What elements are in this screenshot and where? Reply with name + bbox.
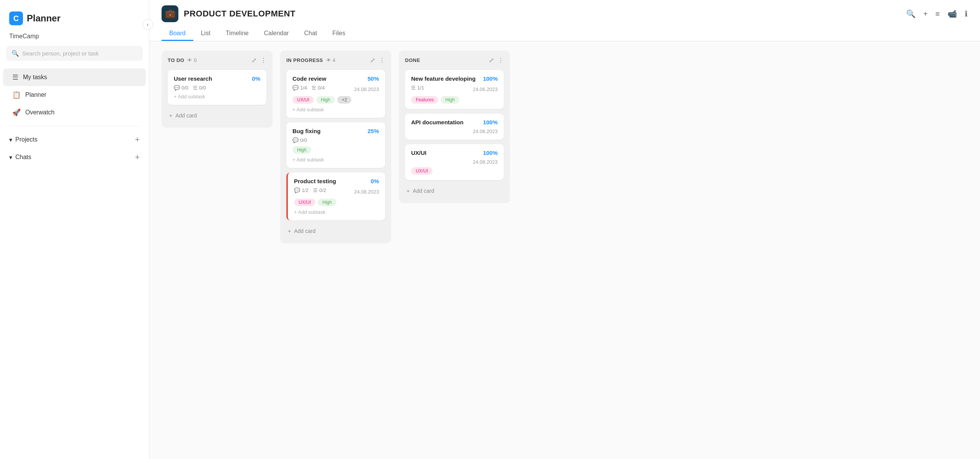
card-tags: High — [292, 146, 379, 154]
more-icon[interactable]: ⋮ — [379, 57, 385, 64]
tag-high: High — [316, 96, 335, 104]
sidebar-collapse-button[interactable]: ‹ — [142, 19, 153, 30]
card-date: 24.08.2023 — [473, 159, 498, 165]
tag-more: +2 — [337, 96, 352, 104]
tab-list[interactable]: List — [193, 27, 218, 41]
tag-high: High — [292, 146, 311, 154]
card-user-research[interactable]: User research 0% 💬 0/0 ☰ 0/0 + Add subta… — [168, 70, 266, 105]
workspace-name: TimeCamp — [0, 33, 149, 46]
main-content: 💼 PRODUCT DEVELOPMENT 🔍 + ≡ 📹 ℹ Board Li… — [149, 0, 980, 459]
card-tags: UX/UI — [411, 167, 498, 175]
card-percent: 100% — [483, 150, 498, 156]
card-meta: 💬 0/0 ☰ 0/0 — [174, 85, 260, 91]
chats-label: Chats — [15, 154, 31, 161]
plus-icon: + — [169, 112, 172, 119]
card-date: 24.08.2023 — [354, 86, 379, 92]
sidebar: C Planner TimeCamp 🔍 Search person, proj… — [0, 0, 149, 459]
eye-icon: 👁 — [187, 57, 192, 63]
tag-ux-ui: UX/UI — [411, 167, 433, 175]
card-percent: 0% — [252, 75, 260, 82]
card-meta: 💬 1/4 ☰ 0/4 — [292, 85, 325, 91]
card-title: Product testing — [294, 178, 368, 184]
plus-icon: + — [407, 188, 410, 194]
info-button[interactable]: ℹ — [965, 9, 968, 18]
topbar-row: 💼 PRODUCT DEVELOPMENT 🔍 + ≡ 📹 ℹ — [162, 5, 968, 22]
card-title: Bug fixing — [292, 128, 364, 134]
search-placeholder: Search person, project or task — [22, 50, 99, 57]
projects-section-header[interactable]: ▾ Projects + — [0, 131, 149, 148]
column-todo: TO DO 👁 0 ⤢ ⋮ User research 0% — [162, 50, 273, 128]
card-percent: 50% — [368, 75, 379, 82]
column-done-title: DONE — [405, 57, 420, 63]
expand-icon[interactable]: ⤢ — [370, 57, 375, 64]
tab-chat[interactable]: Chat — [296, 27, 325, 41]
sidebar-item-my-tasks[interactable]: ☰ My tasks — [3, 68, 146, 86]
column-todo-count: 👁 0 — [187, 57, 196, 63]
column-done: DONE ⤢ ⋮ New feature developing 100% ☰ — [399, 50, 510, 203]
tab-calendar[interactable]: Calendar — [256, 27, 296, 41]
projects-label: Projects — [15, 136, 38, 143]
comment-icon: 💬 — [292, 85, 299, 91]
checklist-icon: ☰ — [313, 187, 318, 193]
tag-ux-ui: UX/UI — [294, 199, 315, 206]
tab-board[interactable]: Board — [162, 27, 193, 41]
card-ux-ui[interactable]: UX/UI 100% 24.08.2023 UX/UI — [405, 144, 504, 180]
column-in-progress-count: 👁 4 — [326, 57, 335, 63]
column-in-progress-header: IN PROGRESS 👁 4 ⤢ ⋮ — [286, 57, 385, 64]
comment-icon: 💬 — [174, 85, 180, 91]
sidebar-item-overwatch[interactable]: 🚀 Overwatch — [3, 104, 146, 121]
card-percent: 25% — [368, 128, 379, 134]
add-button[interactable]: + — [923, 10, 928, 18]
more-icon[interactable]: ⋮ — [498, 57, 504, 64]
board-area: TO DO 👁 0 ⤢ ⋮ User research 0% — [149, 41, 980, 459]
add-card-button-in-progress[interactable]: + Add card — [286, 225, 385, 237]
card-percent: 100% — [483, 119, 498, 125]
card-api-documentation[interactable]: API documentation 100% 24.08.2023 — [405, 114, 504, 140]
chevron-down-icon: ▾ — [9, 154, 12, 161]
video-button[interactable]: 📹 — [947, 9, 957, 18]
chevron-down-icon: ▾ — [9, 136, 12, 143]
add-subtask-button[interactable]: + Add subtask — [292, 157, 379, 163]
card-meta: 💬 0/0 — [292, 137, 379, 143]
expand-icon[interactable]: ⤢ — [489, 57, 494, 64]
tag-ux-ui: UX/UI — [292, 96, 314, 104]
card-percent: 0% — [371, 178, 379, 184]
tag-high: High — [318, 199, 336, 206]
add-subtask-button[interactable]: + Add subtask — [174, 94, 260, 99]
card-tags: UX/UI High — [294, 199, 379, 206]
sidebar-item-label: Overwatch — [25, 109, 54, 116]
tab-timeline[interactable]: Timeline — [218, 27, 256, 41]
search-bar[interactable]: 🔍 Search person, project or task — [6, 46, 143, 61]
card-title: API documentation — [411, 119, 480, 125]
filter-button[interactable]: ≡ — [935, 10, 940, 18]
card-tags: Features High — [411, 96, 498, 104]
comment-icon: 💬 — [294, 187, 300, 193]
add-card-button-done[interactable]: + Add card — [405, 185, 504, 197]
card-product-testing[interactable]: Product testing 0% 💬 1/2 ☰ 0/2 — [286, 173, 385, 220]
card-bug-fixing[interactable]: Bug fixing 25% 💬 0/0 High + Add subtask — [286, 122, 385, 168]
card-code-review[interactable]: Code review 50% 💬 1/4 ☰ 0/4 24. — [286, 70, 385, 118]
add-subtask-button[interactable]: + Add subtask — [292, 107, 379, 112]
search-button[interactable]: 🔍 — [906, 9, 916, 18]
column-in-progress: IN PROGRESS 👁 4 ⤢ ⋮ Code review 50% — [280, 50, 391, 243]
card-date: 24.08.2023 — [473, 129, 498, 134]
tab-files[interactable]: Files — [325, 27, 353, 41]
chats-section-header[interactable]: ▾ Chats + — [0, 148, 149, 166]
add-project-button[interactable]: + — [135, 135, 140, 145]
overwatch-icon: 🚀 — [12, 108, 21, 117]
card-meta: ☰ 1/1 — [411, 85, 424, 91]
topbar: 💼 PRODUCT DEVELOPMENT 🔍 + ≡ 📹 ℹ Board Li… — [149, 0, 980, 41]
expand-icon[interactable]: ⤢ — [252, 57, 256, 64]
sidebar-item-label: Planner — [25, 91, 46, 98]
add-card-button-todo[interactable]: + Add card — [168, 109, 266, 122]
card-new-feature[interactable]: New feature developing 100% ☰ 1/1 24.06.… — [405, 70, 504, 109]
project-title: PRODUCT DEVELOPMENT — [184, 9, 296, 19]
column-in-progress-title: IN PROGRESS — [286, 57, 323, 63]
more-icon[interactable]: ⋮ — [260, 57, 266, 64]
tag-features: Features — [411, 96, 438, 104]
card-title: Code review — [292, 75, 364, 82]
add-chat-button[interactable]: + — [135, 152, 140, 162]
sidebar-item-planner[interactable]: 📋 Planner — [3, 86, 146, 104]
card-meta: 💬 1/2 ☰ 0/2 — [294, 187, 326, 193]
add-subtask-button[interactable]: + Add subtask — [294, 209, 379, 215]
